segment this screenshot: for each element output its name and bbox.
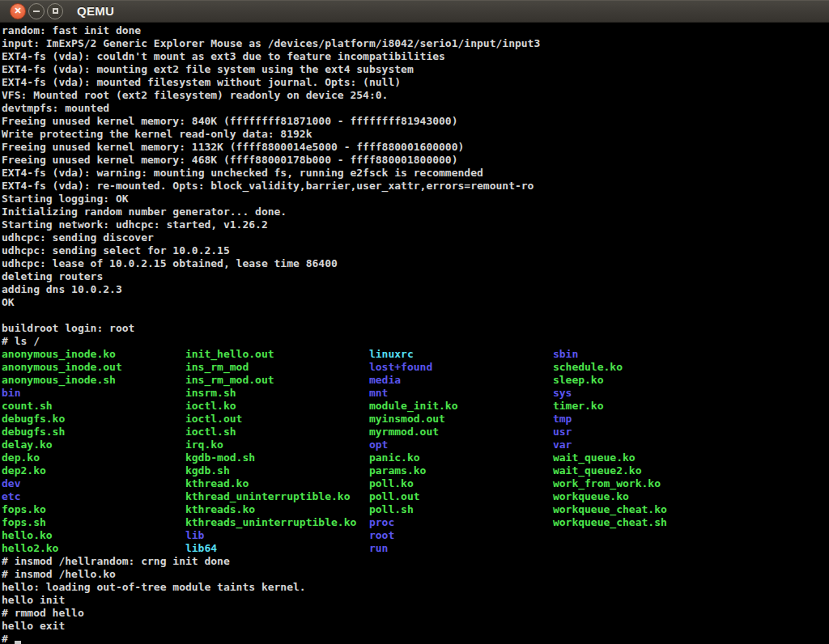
terminal-line-text: adding dns 10.0.2.3: [2, 283, 122, 295]
terminal-line: udhcpc: sending select for 10.0.2.15: [2, 244, 829, 257]
window-title: QEMU: [77, 4, 114, 18]
terminal-line-text: Write protecting the kernel read-only da…: [2, 128, 312, 140]
terminal-line: devtmpfs: mounted: [2, 102, 829, 115]
file-entry: timer.ko: [553, 400, 737, 413]
ls-output-row: debugfs.shioctl.shmyrmmod.outusr: [2, 426, 829, 439]
terminal-line: deleting routers: [2, 270, 829, 283]
ls-output-row: fops.kokthreads.kopoll.shworkqueue_cheat…: [2, 503, 829, 516]
file-entry: debugfs.ko: [2, 413, 185, 426]
terminal-line: Starting network: udhcpc: started, v1.26…: [2, 218, 829, 231]
file-entry: ins_rm_mod: [185, 361, 369, 374]
terminal-line: # rmmod hello: [2, 607, 829, 620]
file-entry: module_init.ko: [369, 400, 553, 413]
file-entry: anonymous_inode.ko: [2, 348, 185, 361]
file-entry: wait_queue2.ko: [553, 464, 737, 477]
terminal-line-text: udhcpc: lease of 10.0.2.15 obtained, lea…: [2, 257, 338, 269]
file-entry: kthreads.ko: [185, 503, 369, 516]
ls-output-row: hello.kolibroot: [2, 529, 829, 542]
file-entry: myinsmod.out: [369, 413, 553, 426]
terminal-line: buildroot login: root: [2, 322, 829, 335]
file-entry: usr: [553, 426, 737, 439]
file-entry: fops.sh: [2, 516, 185, 529]
ls-output-row: anonymous_inode.koinit_hello.outlinuxrcs…: [2, 348, 829, 361]
terminal-output[interactable]: random: fast init doneinput: ImExPS/2 Ge…: [0, 23, 829, 644]
terminal-line: input: ImExPS/2 Generic Explorer Mouse a…: [2, 37, 829, 50]
terminal-line: Initializing random number generator... …: [2, 205, 829, 218]
minimize-button[interactable]: [28, 3, 45, 19]
file-entry: linuxrc: [369, 348, 553, 361]
file-entry: kthreads_uninterruptible.ko: [185, 516, 369, 529]
terminal-line-text: Freeing unused kernel memory: 1132K (fff…: [2, 141, 464, 153]
file-entry: anonymous_inode.sh: [2, 374, 185, 387]
terminal-line: udhcpc: lease of 10.0.2.15 obtained, lea…: [2, 257, 829, 270]
file-entry: tmp: [553, 413, 737, 426]
close-icon: ✕: [14, 6, 21, 15]
terminal-line: EXT4-fs (vda): warning: mounting uncheck…: [2, 167, 829, 180]
terminal-line: Freeing unused kernel memory: 468K (ffff…: [2, 154, 829, 167]
file-entry: init_hello.out: [185, 348, 369, 361]
file-entry: poll.out: [369, 490, 553, 503]
file-entry: mnt: [369, 387, 553, 400]
terminal-line-text: Starting logging: OK: [2, 193, 129, 205]
ls-output-row: debugfs.koioctl.outmyinsmod.outtmp: [2, 413, 829, 426]
ls-output-row: delay.koirq.kooptvar: [2, 439, 829, 451]
file-entry: lib: [185, 529, 369, 542]
terminal-line: random: fast init done: [2, 24, 829, 37]
ls-output-row: devkthread.kopoll.kowork_from_work.ko: [2, 477, 829, 490]
file-entry: irq.ko: [185, 439, 369, 451]
terminal-line-text: Freeing unused kernel memory: 468K (ffff…: [2, 154, 458, 166]
file-entry: kthread_uninterruptible.ko: [185, 490, 369, 503]
file-entry: run: [369, 542, 553, 555]
file-entry: delay.ko: [2, 439, 185, 451]
terminal-line-text: devtmpfs: mounted: [2, 102, 109, 114]
terminal-line-text: deleting routers: [2, 270, 103, 282]
terminal-line: hello: loading out-of-tree module taints…: [2, 581, 829, 594]
terminal-line-text: Starting network: udhcpc: started, v1.26…: [2, 218, 268, 231]
maximize-button[interactable]: [47, 3, 63, 19]
terminal-line-text: input: ImExPS/2 Generic Explorer Mouse a…: [2, 37, 540, 49]
terminal-line-text: EXT4-fs (vda): mounting ext2 file system…: [2, 63, 414, 75]
window-controls: ✕: [0, 3, 63, 19]
terminal-line: Starting logging: OK: [2, 193, 829, 205]
file-entry: sbin: [553, 348, 737, 361]
ls-output-row: anonymous_inode.shins_rm_mod.outmediasle…: [2, 374, 829, 387]
ls-output-row: anonymous_inode.outins_rm_modlost+founds…: [2, 361, 829, 374]
file-entry: params.ko: [369, 464, 553, 477]
file-entry: hello.ko: [2, 529, 185, 542]
file-entry: ioctl.out: [185, 413, 369, 426]
file-entry: dev: [2, 477, 185, 490]
terminal-line: EXT4-fs (vda): mounting ext2 file system…: [2, 63, 829, 76]
terminal-line: #: [2, 633, 829, 644]
file-entry: fops.ko: [2, 503, 185, 516]
terminal-line: hello init: [2, 594, 829, 607]
terminal-line: # insmod /hellrandom: crng init done: [2, 555, 829, 568]
terminal-cursor: [15, 641, 21, 644]
file-entry: workqueue_cheat.ko: [553, 503, 737, 516]
file-entry: sleep.ko: [553, 374, 737, 387]
file-entry: schedule.ko: [553, 361, 737, 374]
terminal-line: EXT4-fs (vda): couldn't mount as ext3 du…: [2, 50, 829, 63]
file-entry: ins_rm_mod.out: [185, 374, 369, 387]
file-entry: debugfs.sh: [2, 426, 185, 439]
terminal-line-text: # rmmod hello: [2, 607, 84, 619]
file-entry: hello2.ko: [2, 542, 185, 555]
file-entry: proc: [369, 516, 553, 529]
ls-output-row: fops.shkthreads_uninterruptible.koprocwo…: [2, 516, 829, 529]
file-entry: workqueue.ko: [553, 490, 737, 503]
terminal-line-text: Initializing random number generator... …: [2, 205, 287, 218]
terminal-line: Write protecting the kernel read-only da…: [2, 128, 829, 141]
ls-output-row: hello2.kolib64run: [2, 542, 829, 555]
ls-output-row: count.shioctl.komodule_init.kotimer.ko: [2, 400, 829, 413]
ls-output-row: dep.kokgdb-mod.shpanic.kowait_queue.ko: [2, 451, 829, 464]
terminal-line-text: hello init: [2, 594, 65, 606]
terminal-line-text: random: fast init done: [2, 24, 141, 36]
terminal-line: OK: [2, 296, 829, 309]
close-button[interactable]: ✕: [10, 3, 26, 19]
file-entry: count.sh: [2, 400, 185, 413]
terminal-line: udhcpc: sending discover: [2, 231, 829, 244]
file-entry: dep2.ko: [2, 464, 185, 477]
file-entry: lib64: [185, 542, 369, 555]
file-entry: ioctl.sh: [185, 426, 369, 439]
file-entry: opt: [369, 439, 553, 451]
terminal-line: EXT4-fs (vda): mounted filesystem withou…: [2, 76, 829, 89]
